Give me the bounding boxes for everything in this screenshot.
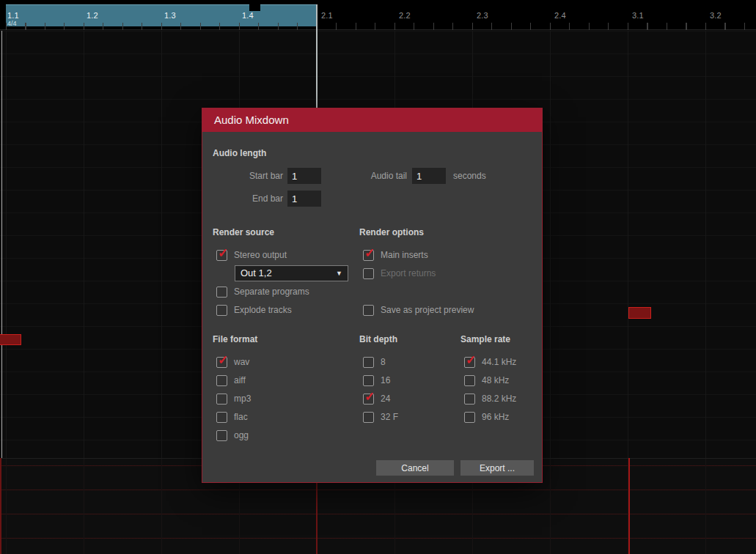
audio-length-heading: Audio length [213,148,266,158]
render-source-heading: Render source [213,227,274,237]
checkbox-label: 44.1 kHz [482,357,516,367]
checkbox-bit-24[interactable]: ✓ 24 [363,391,390,407]
checkbox-box: ✓ [363,375,374,386]
audio-clip[interactable] [0,334,21,345]
checkbox-label: 16 [381,375,390,385]
checkbox-export-returns[interactable]: ✓ Export returns [363,265,436,281]
checkbox-label: 88.2 kHz [482,394,516,404]
checkbox-box: ✓ [464,412,475,423]
checkbox-box: ✓ [464,375,475,386]
bar-number: 2.2 [399,11,411,20]
checkbox-bit-16[interactable]: ✓ 16 [363,372,390,388]
checkbox-box: ✓ [363,250,374,261]
playhead-line [1,31,2,458]
checkbox-label: flac [234,412,248,422]
checkbox-box: ✓ [363,305,374,316]
bar-number: 3.2 [710,11,722,20]
checkbox-box: ✓ [216,375,227,386]
checkbox-rate-44-1[interactable]: ✓ 44.1 kHz [464,354,516,370]
checkbox-label: 32 F [381,412,398,422]
checkbox-rate-96[interactable]: ✓ 96 kHz [464,409,509,425]
file-format-heading: File format [213,334,257,344]
checkbox-box: ✓ [464,394,475,405]
daw-workspace: 1.1 1.2 1.3 1.4 2.1 2.2 2.3 2.4 3.1 3.2 … [0,0,756,554]
checkbox-stereo-output[interactable]: ✓ Stereo output [216,247,287,263]
checkbox-box: ✓ [216,305,227,316]
bar-number: 2.3 [477,11,488,20]
checkbox-box: ✓ [216,250,227,261]
bar-number: 1.3 [164,11,176,20]
dialog-title: Audio Mixdown [214,108,289,132]
render-options-heading: Render options [359,227,424,237]
check-icon: ✓ [364,389,375,405]
audio-mixdown-dialog: Audio Mixdown Audio length Start bar Aud… [202,108,542,482]
checkbox-box: ✓ [216,430,227,441]
audio-tail-label: Audio tail [359,168,407,184]
audio-tail-input[interactable] [412,168,446,184]
checkbox-label: 24 [381,394,390,404]
clip-boundary-line [628,458,630,554]
bar-number: 1.1 [7,11,19,20]
checkbox-label: aiff [234,375,246,385]
audio-tail-unit: seconds [453,168,486,184]
timeline-ruler[interactable]: 1.1 1.2 1.3 1.4 2.1 2.2 2.3 2.4 3.1 3.2 … [0,0,756,30]
chevron-down-icon: ▼ [336,267,342,281]
check-icon: ✓ [218,352,228,368]
cancel-button[interactable]: Cancel [376,460,454,476]
checkbox-box: ✓ [464,357,475,368]
sample-rate-heading: Sample rate [460,334,510,344]
start-bar-input[interactable] [287,168,321,184]
checkbox-box: ✓ [216,357,227,368]
checkbox-save-as-project-preview[interactable]: ✓ Save as project preview [363,302,474,318]
clip-boundary-line [0,458,1,554]
checkbox-rate-88-2[interactable]: ✓ 88.2 kHz [464,391,516,407]
checkbox-label: ogg [234,430,249,440]
checkbox-box: ✓ [363,412,374,423]
checkbox-label: Separate programs [234,287,309,297]
checkbox-box: ✓ [216,412,227,423]
checkbox-label: Save as project preview [381,305,474,315]
check-icon: ✓ [466,352,476,368]
checkbox-flac[interactable]: ✓ flac [216,409,248,425]
start-bar-label: Start bar [213,168,283,184]
time-signature: 4/4 [7,20,17,27]
checkbox-bit-32f[interactable]: ✓ 32 F [363,409,398,425]
checkbox-separate-programs[interactable]: ✓ Separate programs [216,284,309,300]
audio-clip[interactable] [628,307,651,319]
check-icon: ✓ [218,245,228,261]
checkbox-explode-tracks[interactable]: ✓ Explode tracks [216,302,292,318]
bar-number: 1.4 [242,11,254,20]
check-icon: ✓ [364,245,375,261]
bar-number: 2.1 [321,11,333,20]
checkbox-label: 96 kHz [482,412,509,422]
checkbox-box: ✓ [363,268,374,279]
checkbox-box: ✓ [363,394,374,405]
end-bar-input[interactable] [287,191,321,207]
checkbox-ogg[interactable]: ✓ ogg [216,427,249,443]
bar-number: 1.2 [87,11,98,20]
sequence-end-marker[interactable] [249,4,260,11]
checkbox-label: 48 kHz [482,375,509,385]
export-button[interactable]: Export ... [460,460,534,476]
checkbox-label: mp3 [234,394,251,404]
bar-number: 3.1 [632,11,644,20]
checkbox-wav[interactable]: ✓ wav [216,354,249,370]
end-bar-label: End bar [213,191,283,207]
checkbox-main-inserts[interactable]: ✓ Main inserts [363,247,428,263]
dialog-titlebar[interactable]: Audio Mixdown [202,108,542,132]
checkbox-aiff[interactable]: ✓ aiff [216,372,246,388]
ruler-tick-marks [0,23,756,30]
checkbox-label: Export returns [381,268,436,278]
bar-number: 2.4 [554,11,566,20]
checkbox-box: ✓ [216,394,227,405]
checkbox-label: Explode tracks [234,305,292,315]
checkbox-box: ✓ [363,357,374,368]
bit-depth-heading: Bit depth [359,334,397,344]
output-dropdown[interactable]: Out 1,2 ▼ [235,265,348,281]
checkbox-rate-48[interactable]: ✓ 48 kHz [464,372,509,388]
checkbox-label: Main inserts [381,250,428,260]
output-dropdown-value: Out 1,2 [241,267,272,278]
checkbox-label: wav [234,357,249,367]
checkbox-mp3[interactable]: ✓ mp3 [216,391,251,407]
checkbox-bit-8[interactable]: ✓ 8 [363,354,386,370]
